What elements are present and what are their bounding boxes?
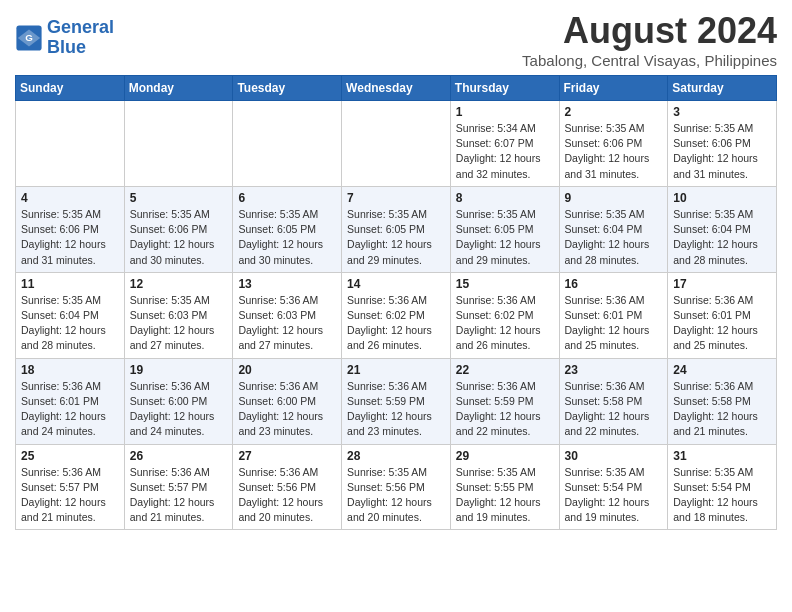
day-info: Sunrise: 5:34 AM Sunset: 6:07 PM Dayligh…: [456, 121, 554, 182]
day-cell: [342, 101, 451, 187]
day-number: 30: [565, 449, 663, 463]
day-number: 20: [238, 363, 336, 377]
day-cell: 20Sunrise: 5:36 AM Sunset: 6:00 PM Dayli…: [233, 358, 342, 444]
page-header: G General Blue August 2024 Tabalong, Cen…: [15, 10, 777, 69]
day-number: 31: [673, 449, 771, 463]
day-cell: [233, 101, 342, 187]
day-number: 6: [238, 191, 336, 205]
day-info: Sunrise: 5:36 AM Sunset: 5:56 PM Dayligh…: [238, 465, 336, 526]
week-row-2: 4Sunrise: 5:35 AM Sunset: 6:06 PM Daylig…: [16, 186, 777, 272]
header-day-monday: Monday: [124, 76, 233, 101]
day-cell: 23Sunrise: 5:36 AM Sunset: 5:58 PM Dayli…: [559, 358, 668, 444]
day-cell: [16, 101, 125, 187]
day-info: Sunrise: 5:35 AM Sunset: 6:06 PM Dayligh…: [130, 207, 228, 268]
day-cell: 30Sunrise: 5:35 AM Sunset: 5:54 PM Dayli…: [559, 444, 668, 530]
day-number: 21: [347, 363, 445, 377]
day-cell: 3Sunrise: 5:35 AM Sunset: 6:06 PM Daylig…: [668, 101, 777, 187]
day-info: Sunrise: 5:35 AM Sunset: 5:54 PM Dayligh…: [673, 465, 771, 526]
day-info: Sunrise: 5:35 AM Sunset: 6:04 PM Dayligh…: [21, 293, 119, 354]
day-info: Sunrise: 5:36 AM Sunset: 6:02 PM Dayligh…: [347, 293, 445, 354]
day-number: 18: [21, 363, 119, 377]
day-number: 27: [238, 449, 336, 463]
day-info: Sunrise: 5:35 AM Sunset: 6:06 PM Dayligh…: [565, 121, 663, 182]
day-number: 25: [21, 449, 119, 463]
week-row-5: 25Sunrise: 5:36 AM Sunset: 5:57 PM Dayli…: [16, 444, 777, 530]
day-info: Sunrise: 5:36 AM Sunset: 5:59 PM Dayligh…: [456, 379, 554, 440]
day-number: 24: [673, 363, 771, 377]
day-info: Sunrise: 5:36 AM Sunset: 5:58 PM Dayligh…: [673, 379, 771, 440]
day-cell: 5Sunrise: 5:35 AM Sunset: 6:06 PM Daylig…: [124, 186, 233, 272]
day-info: Sunrise: 5:35 AM Sunset: 5:56 PM Dayligh…: [347, 465, 445, 526]
day-cell: [124, 101, 233, 187]
header-day-wednesday: Wednesday: [342, 76, 451, 101]
day-info: Sunrise: 5:35 AM Sunset: 6:04 PM Dayligh…: [673, 207, 771, 268]
header-day-thursday: Thursday: [450, 76, 559, 101]
day-number: 13: [238, 277, 336, 291]
day-cell: 28Sunrise: 5:35 AM Sunset: 5:56 PM Dayli…: [342, 444, 451, 530]
logo-line2: Blue: [47, 37, 86, 57]
day-number: 22: [456, 363, 554, 377]
day-cell: 29Sunrise: 5:35 AM Sunset: 5:55 PM Dayli…: [450, 444, 559, 530]
title-block: August 2024 Tabalong, Central Visayas, P…: [522, 10, 777, 69]
day-cell: 21Sunrise: 5:36 AM Sunset: 5:59 PM Dayli…: [342, 358, 451, 444]
week-row-3: 11Sunrise: 5:35 AM Sunset: 6:04 PM Dayli…: [16, 272, 777, 358]
day-cell: 12Sunrise: 5:35 AM Sunset: 6:03 PM Dayli…: [124, 272, 233, 358]
day-number: 16: [565, 277, 663, 291]
day-cell: 8Sunrise: 5:35 AM Sunset: 6:05 PM Daylig…: [450, 186, 559, 272]
day-cell: 31Sunrise: 5:35 AM Sunset: 5:54 PM Dayli…: [668, 444, 777, 530]
header-day-sunday: Sunday: [16, 76, 125, 101]
day-cell: 7Sunrise: 5:35 AM Sunset: 6:05 PM Daylig…: [342, 186, 451, 272]
day-cell: 2Sunrise: 5:35 AM Sunset: 6:06 PM Daylig…: [559, 101, 668, 187]
day-cell: 10Sunrise: 5:35 AM Sunset: 6:04 PM Dayli…: [668, 186, 777, 272]
header-day-saturday: Saturday: [668, 76, 777, 101]
day-cell: 13Sunrise: 5:36 AM Sunset: 6:03 PM Dayli…: [233, 272, 342, 358]
week-row-4: 18Sunrise: 5:36 AM Sunset: 6:01 PM Dayli…: [16, 358, 777, 444]
day-cell: 9Sunrise: 5:35 AM Sunset: 6:04 PM Daylig…: [559, 186, 668, 272]
day-number: 9: [565, 191, 663, 205]
day-number: 26: [130, 449, 228, 463]
day-info: Sunrise: 5:36 AM Sunset: 5:58 PM Dayligh…: [565, 379, 663, 440]
day-info: Sunrise: 5:36 AM Sunset: 6:01 PM Dayligh…: [21, 379, 119, 440]
day-info: Sunrise: 5:35 AM Sunset: 5:55 PM Dayligh…: [456, 465, 554, 526]
day-number: 4: [21, 191, 119, 205]
logo: G General Blue: [15, 18, 114, 58]
logo-text: General Blue: [47, 18, 114, 58]
logo-icon: G: [15, 24, 43, 52]
svg-text:G: G: [25, 32, 33, 43]
day-cell: 22Sunrise: 5:36 AM Sunset: 5:59 PM Dayli…: [450, 358, 559, 444]
day-number: 10: [673, 191, 771, 205]
location: Tabalong, Central Visayas, Philippines: [522, 52, 777, 69]
day-number: 28: [347, 449, 445, 463]
day-number: 8: [456, 191, 554, 205]
day-cell: 18Sunrise: 5:36 AM Sunset: 6:01 PM Dayli…: [16, 358, 125, 444]
day-number: 29: [456, 449, 554, 463]
day-info: Sunrise: 5:36 AM Sunset: 6:02 PM Dayligh…: [456, 293, 554, 354]
day-number: 15: [456, 277, 554, 291]
logo-line1: General: [47, 17, 114, 37]
calendar-body: 1Sunrise: 5:34 AM Sunset: 6:07 PM Daylig…: [16, 101, 777, 530]
day-info: Sunrise: 5:36 AM Sunset: 6:01 PM Dayligh…: [565, 293, 663, 354]
day-number: 5: [130, 191, 228, 205]
day-info: Sunrise: 5:35 AM Sunset: 6:05 PM Dayligh…: [238, 207, 336, 268]
day-info: Sunrise: 5:36 AM Sunset: 5:57 PM Dayligh…: [21, 465, 119, 526]
day-cell: 6Sunrise: 5:35 AM Sunset: 6:05 PM Daylig…: [233, 186, 342, 272]
day-number: 23: [565, 363, 663, 377]
day-info: Sunrise: 5:35 AM Sunset: 5:54 PM Dayligh…: [565, 465, 663, 526]
day-info: Sunrise: 5:35 AM Sunset: 6:06 PM Dayligh…: [673, 121, 771, 182]
day-info: Sunrise: 5:36 AM Sunset: 6:03 PM Dayligh…: [238, 293, 336, 354]
day-info: Sunrise: 5:35 AM Sunset: 6:06 PM Dayligh…: [21, 207, 119, 268]
day-info: Sunrise: 5:35 AM Sunset: 6:03 PM Dayligh…: [130, 293, 228, 354]
day-number: 14: [347, 277, 445, 291]
day-number: 11: [21, 277, 119, 291]
month-year: August 2024: [522, 10, 777, 52]
header-day-tuesday: Tuesday: [233, 76, 342, 101]
day-cell: 14Sunrise: 5:36 AM Sunset: 6:02 PM Dayli…: [342, 272, 451, 358]
day-cell: 15Sunrise: 5:36 AM Sunset: 6:02 PM Dayli…: [450, 272, 559, 358]
day-number: 7: [347, 191, 445, 205]
day-number: 3: [673, 105, 771, 119]
day-cell: 16Sunrise: 5:36 AM Sunset: 6:01 PM Dayli…: [559, 272, 668, 358]
day-info: Sunrise: 5:36 AM Sunset: 6:00 PM Dayligh…: [238, 379, 336, 440]
day-info: Sunrise: 5:35 AM Sunset: 6:05 PM Dayligh…: [347, 207, 445, 268]
day-info: Sunrise: 5:35 AM Sunset: 6:04 PM Dayligh…: [565, 207, 663, 268]
day-info: Sunrise: 5:36 AM Sunset: 6:00 PM Dayligh…: [130, 379, 228, 440]
